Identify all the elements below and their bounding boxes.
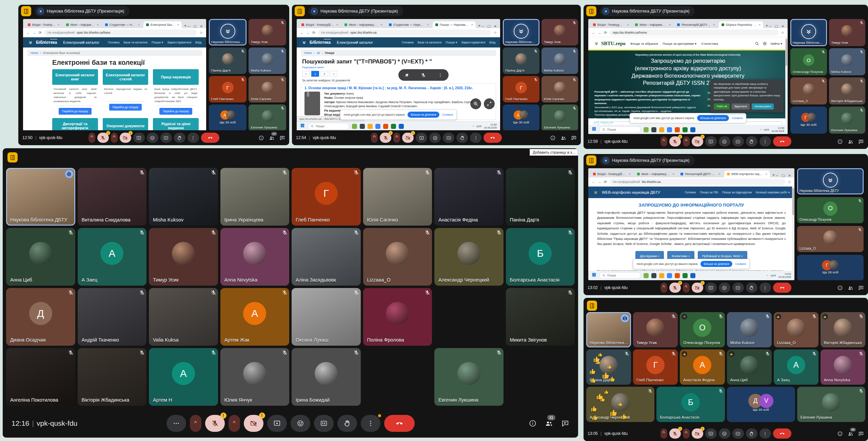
tray-chevron[interactable]: ^ — [473, 125, 474, 128]
tab-close-icon[interactable]: × — [138, 23, 139, 26]
participant-tile[interactable]: Lizzaaa_O — [774, 312, 818, 347]
leave-call-button[interactable] — [484, 133, 502, 143]
chat-button[interactable] — [858, 431, 864, 437]
tab-close-icon[interactable]: × — [766, 172, 767, 176]
keyboard-language[interactable]: UKR — [476, 125, 482, 128]
participant-tile[interactable]: ГГлеб Панченко — [209, 76, 246, 102]
card-title[interactable]: Праці науковців — [153, 69, 199, 85]
forward-icon[interactable]: → — [33, 31, 36, 35]
participant-tile[interactable]: Евгения Лукшина — [249, 104, 286, 131]
camera-off-button[interactable]: ! — [692, 428, 703, 439]
forward-icon[interactable]: → — [598, 180, 601, 184]
participant-tile[interactable]: Александр Чернецкий — [586, 387, 654, 422]
participant-tile[interactable]: Тимур Усик — [633, 312, 678, 347]
taskbar-app-icon[interactable] — [651, 127, 656, 132]
tab-close-icon[interactable]: × — [381, 23, 382, 26]
captions-button[interactable] — [732, 136, 744, 147]
reactions-button[interactable] — [147, 133, 158, 143]
nav-link[interactable]: Головна — [108, 41, 119, 44]
meeting-details-button[interactable] — [529, 419, 537, 427]
participant-tile[interactable]: Наукова бібліотека ДБТУ — [209, 19, 246, 45]
app-icon[interactable] — [7, 152, 18, 162]
tab-close-icon[interactable]: × — [627, 23, 629, 26]
participant-tile[interactable]: Тимур Усик — [149, 228, 218, 286]
raise-hand-button[interactable] — [746, 283, 757, 293]
edit-query-link[interactable]: Редагувати запит — [302, 66, 495, 69]
new-tab-button[interactable]: + — [184, 23, 186, 28]
participant-tile[interactable]: Анастасія Федіна — [434, 168, 504, 226]
tab-close-icon[interactable]: × — [759, 23, 761, 26]
back-icon[interactable]: ← — [26, 31, 30, 35]
people-button[interactable] — [560, 135, 566, 141]
participant-tile[interactable]: Юлія Сагачко — [249, 76, 286, 102]
present-screen-button[interactable] — [705, 428, 717, 439]
reload-icon[interactable]: ⟳ — [39, 31, 42, 35]
mic-muted-button[interactable]: ! — [205, 415, 225, 432]
browser-tab[interactable]: Репозитарій ДБТУ — Науко...× — [674, 21, 718, 28]
participant-tile[interactable]: Наукова бібліотека ДБТУ — [586, 312, 631, 347]
participant-tile[interactable]: Ангеліна Покотилова — [6, 348, 75, 406]
zoom-in-button[interactable] — [470, 98, 481, 109]
hide-notice-link[interactable]: Сховати — [735, 262, 746, 266]
mic-muted-button[interactable]: ! — [669, 283, 681, 293]
camera-off-button[interactable]: ! — [692, 136, 703, 147]
go-to-search-button[interactable]: Перейти до пошуку — [109, 104, 142, 111]
card-title[interactable]: Електронний каталог статей — [103, 69, 149, 85]
raise-hand-button[interactable] — [337, 415, 357, 432]
mic-muted-button[interactable]: ! — [669, 136, 681, 147]
participant-tile[interactable]: Misha Kuksov — [249, 47, 286, 74]
stop-sharing-button[interactable]: Більше не ділитися — [408, 112, 440, 118]
participant-tile[interactable]: Поліна Фролова — [363, 288, 432, 346]
participant-tile[interactable]: Д V Ще 20 осіб — [727, 387, 795, 422]
browser-tab[interactable]: Вхідні - hnatsyg@gmail.c...× — [25, 21, 62, 28]
card-title[interactable]: Електронний каталог книг — [52, 69, 98, 85]
address-bar[interactable]: Не конфіденційнийopac.btu.kharkiv.ua/bas… — [44, 30, 197, 36]
new-tab-button[interactable]: + — [772, 173, 775, 177]
meeting-details-button[interactable] — [258, 135, 264, 141]
participant-tile[interactable]: Евгения Лукшина — [434, 348, 504, 406]
tab-close-icon[interactable]: × — [669, 23, 671, 26]
breadcrumb-ek[interactable]: ek — [317, 51, 320, 55]
address-bar[interactable]: repo.btu.kharkiv.ua/home — [609, 30, 778, 36]
participant-tile[interactable]: Александр Чернецкий — [434, 228, 504, 286]
result-title-link[interactable]: 1. Основи охорони праці / М. М. Кірієнко… — [304, 86, 492, 90]
participant-tile[interactable]: А Ще 29 осіб — [209, 104, 246, 131]
windows-start-icon[interactable] — [300, 123, 305, 129]
nav-link[interactable]: Пошук ▾ — [152, 41, 163, 44]
tab-close-icon[interactable]: × — [471, 23, 473, 26]
windows-start-icon[interactable] — [592, 272, 596, 279]
participant-tile[interactable]: Ірина Божидай — [292, 348, 361, 406]
forward-icon[interactable]: → — [306, 31, 310, 35]
tab-close-icon[interactable]: × — [336, 23, 338, 26]
window-controls[interactable]: ─▢✕ — [188, 24, 204, 28]
repo-nav-link[interactable]: Пошук за критеріями ▾ — [663, 42, 696, 45]
browser-tab[interactable]: Пошук — Наукова бібліот...× — [433, 21, 476, 28]
leave-call-button[interactable] — [773, 283, 791, 293]
tray-chevron[interactable]: ^ — [760, 128, 762, 131]
chat-button[interactable] — [571, 135, 577, 141]
participant-tile[interactable]: ГГлеб Панченко — [503, 76, 539, 102]
bookmark-star-icon[interactable]: ☆ — [199, 31, 203, 35]
raise-hand-button[interactable] — [174, 133, 185, 143]
participant-tile[interactable]: ААртем Жак — [220, 288, 290, 346]
camera-options-chevron[interactable]: ^ — [393, 133, 400, 143]
people-button[interactable] — [848, 285, 853, 291]
participant-tile[interactable]: Евгения Лукшина — [797, 387, 865, 422]
site-brand[interactable]: Бібліотеканаукова — [310, 40, 331, 45]
browser-tab[interactable]: Студентам — Наукова бібл...× — [386, 21, 432, 28]
participant-tile[interactable]: Юлия Янчук — [220, 348, 290, 406]
mic-options-chevron[interactable]: ^ — [371, 133, 378, 143]
participant-tile[interactable]: Г Ще 30 осіб — [790, 107, 827, 134]
reload-icon[interactable]: ⟳ — [312, 31, 315, 35]
support-email-link[interactable]: svt2.73@ukr.net — [594, 121, 613, 124]
page-prev[interactable]: « — [302, 71, 310, 77]
app-icon[interactable] — [587, 301, 597, 311]
participant-tile[interactable]: Евгения Лукшина — [829, 107, 866, 134]
taskbar-search[interactable]: Пошук — [308, 123, 349, 130]
page-next[interactable]: » — [330, 71, 337, 77]
app-icon[interactable] — [586, 155, 596, 166]
cookie-decline-button[interactable]: Відхилити — [732, 103, 750, 110]
nav-link[interactable]: Пошук ▾ — [446, 41, 457, 44]
participant-tile[interactable]: Виталина Снидалова — [78, 168, 147, 226]
taskbar-search[interactable]: Пошук — [599, 126, 641, 133]
